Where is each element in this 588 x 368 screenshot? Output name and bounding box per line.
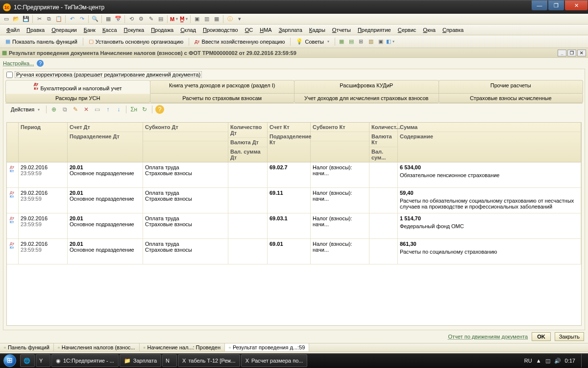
movements-report-link[interactable]: Отчет по движениям документа — [448, 334, 528, 340]
calendar-icon[interactable]: 📅 — [114, 15, 122, 24]
help-icon[interactable]: ? — [37, 60, 44, 67]
menu-Покупка[interactable]: Покупка — [121, 26, 148, 34]
window-tab-3[interactable]: ▫Результат проведения д...:59 — [225, 343, 309, 351]
dropdown-icon[interactable]: ▾ — [235, 15, 244, 24]
edit-row-icon[interactable]: ✎ — [71, 105, 80, 114]
set-org-button[interactable]: ▢ Установить основную организацию — [85, 37, 187, 47]
taskbar-item-6[interactable]: XРасчет размера по... — [241, 354, 308, 367]
upper-tab-0[interactable]: ДтКтБухгалтерский и налоговый учет — [5, 80, 150, 94]
down-icon[interactable]: ↓ — [114, 105, 123, 114]
paste-icon[interactable]: 📋 — [54, 15, 63, 24]
sum-icon[interactable]: Σн — [129, 105, 138, 114]
tray-clock[interactable]: 0:17 — [565, 358, 575, 364]
t2-icon4[interactable]: ▥ — [367, 37, 375, 46]
add-row-icon[interactable]: ⊕ — [49, 105, 58, 114]
start-button[interactable] — [0, 353, 20, 368]
menu-Окна[interactable]: Окна — [419, 26, 439, 34]
t2-icon1[interactable]: ▦ — [337, 37, 346, 46]
menu-Касса[interactable]: Касса — [99, 26, 121, 34]
up-icon[interactable]: ↑ — [103, 105, 112, 114]
mode-icon[interactable]: ⟲ — [127, 15, 136, 24]
menu-НМА[interactable]: НМА — [256, 26, 275, 34]
taskbar-item-3[interactable]: 📁Зарплата — [120, 354, 161, 367]
window-minimize-button[interactable]: — — [532, 0, 547, 10]
lang-indicator[interactable]: RU — [524, 358, 532, 364]
tray-network-icon[interactable]: ◫ — [545, 358, 550, 364]
open-icon[interactable]: 📂 — [12, 15, 21, 24]
menu-Банк[interactable]: Банк — [80, 26, 99, 34]
show-panel-button[interactable]: ▦ Показать панель функций — [2, 37, 81, 47]
close-button[interactable]: Закрыть — [555, 332, 584, 341]
table-row[interactable]: ДтКт29.02.201623:59:5920.01Основное подр… — [7, 213, 581, 239]
settings-link[interactable]: Настройка... — [3, 60, 34, 66]
actions-button[interactable]: Действия — [7, 105, 43, 114]
copy-row-icon[interactable]: ⧉ — [60, 105, 69, 114]
menu-Правка[interactable]: Правка — [23, 26, 48, 34]
tool3-icon[interactable]: ▤ — [156, 15, 165, 24]
taskbar-item-4[interactable]: N — [162, 354, 177, 367]
table-row[interactable]: ДтКт29.02.201623:59:5920.01Основное подр… — [7, 188, 581, 213]
menu-Кадры[interactable]: Кадры — [306, 26, 329, 34]
menu-ОС[interactable]: ОС — [242, 26, 257, 34]
ok-button[interactable]: OK — [532, 332, 551, 341]
manual-edit-checkbox[interactable] — [6, 72, 13, 78]
menu-Зарплата[interactable]: Зарплата — [275, 26, 306, 34]
menu-Файл[interactable]: Файл — [3, 26, 23, 34]
t2-icon3[interactable]: ⊞ — [357, 37, 366, 46]
grid-help-icon[interactable]: ? — [155, 105, 164, 114]
menu-Производство[interactable]: Производство — [199, 26, 242, 34]
enter-op-button[interactable]: Дт Ввести хозяйственную операцию — [191, 37, 288, 47]
t2-icon6[interactable]: ◧ — [386, 37, 395, 46]
m2-icon[interactable]: M̲ — [179, 15, 188, 24]
lower-tab-2[interactable]: Учет доходов для исчисления страховых вз… — [294, 94, 439, 103]
menu-Предприятие[interactable]: Предприятие — [354, 26, 394, 34]
menu-Отчеты[interactable]: Отчеты — [329, 26, 354, 34]
tool-icon[interactable]: ⚙ — [137, 15, 146, 24]
delete-row-icon[interactable]: ✕ — [82, 105, 91, 114]
t2-icon5[interactable]: ▣ — [376, 37, 385, 46]
doc-close-button[interactable]: ✕ — [577, 50, 586, 56]
window-close-button[interactable]: ✕ — [565, 0, 588, 10]
upper-tab-2[interactable]: Расшифровка КУДиР — [294, 80, 439, 93]
window-tab-1[interactable]: ▫Начисления налогов (взнос... — [54, 343, 140, 351]
taskbar-item-2[interactable]: ◉1С:Предприятие - ... — [51, 354, 119, 367]
window-maximize-button[interactable]: ❐ — [548, 0, 564, 10]
refresh-icon[interactable]: ↻ — [140, 105, 149, 114]
c-icon[interactable]: ▦ — [212, 15, 221, 24]
show-desktop-button[interactable] — [581, 354, 585, 368]
lower-tab-0[interactable]: Расходы при УСН — [5, 94, 150, 103]
menu-Справка[interactable]: Справка — [439, 26, 467, 34]
t2-icon2[interactable]: ▤ — [347, 37, 356, 46]
b-icon[interactable]: ▥ — [202, 15, 211, 24]
menu-Операции[interactable]: Операции — [48, 26, 80, 34]
table-row[interactable]: ДтКт29.02.201623:59:5920.01Основное подр… — [7, 239, 581, 264]
tips-button[interactable]: 💡 Советы — [293, 37, 332, 47]
doc-restore-button[interactable]: ❐ — [567, 50, 576, 56]
window-tab-0[interactable]: ▫Панель функций — [0, 343, 54, 351]
table-row[interactable]: ДтКт29.02.201623:59:5920.01Основное подр… — [7, 162, 581, 188]
tray-volume-icon[interactable]: 🔊 — [554, 358, 561, 364]
menu-Сервис[interactable]: Сервис — [394, 26, 420, 34]
undo-icon[interactable]: ↶ — [68, 15, 76, 24]
menu-Склад[interactable]: Склад — [177, 26, 199, 34]
move-icon[interactable]: ▭ — [93, 105, 101, 114]
tool2-icon[interactable]: ✎ — [147, 15, 155, 24]
window-tab-2[interactable]: ▫Начисление нал...: Проведен — [140, 343, 225, 351]
new-icon[interactable]: ▭ — [2, 15, 11, 24]
redo-icon[interactable]: ↷ — [77, 15, 86, 24]
taskbar-item-5[interactable]: Xтабель Т-12 [Реж... — [178, 354, 240, 367]
save-icon[interactable]: 💾 — [22, 15, 30, 24]
tray-flag-icon[interactable]: ▲ — [536, 358, 541, 364]
calc-icon[interactable]: ▦ — [104, 15, 113, 24]
a-icon[interactable]: ▣ — [193, 15, 201, 24]
lower-tab-3[interactable]: Страховые взносы исчисленные — [439, 94, 584, 103]
taskbar-item-1[interactable]: Y — [36, 354, 50, 367]
taskbar-item-0[interactable]: 🌐 — [20, 354, 35, 367]
upper-tab-1[interactable]: Книга учета доходов и расходов (раздел I… — [150, 80, 295, 93]
lower-tab-1[interactable]: Расчеты по страховым взносам — [150, 94, 295, 103]
menu-Продажа[interactable]: Продажа — [147, 26, 177, 34]
upper-tab-3[interactable]: Прочие расчеты — [439, 80, 584, 93]
m-icon[interactable]: M — [170, 15, 178, 24]
cut-icon[interactable]: ✂ — [35, 15, 44, 24]
doc-minimize-button[interactable]: _ — [558, 50, 566, 56]
